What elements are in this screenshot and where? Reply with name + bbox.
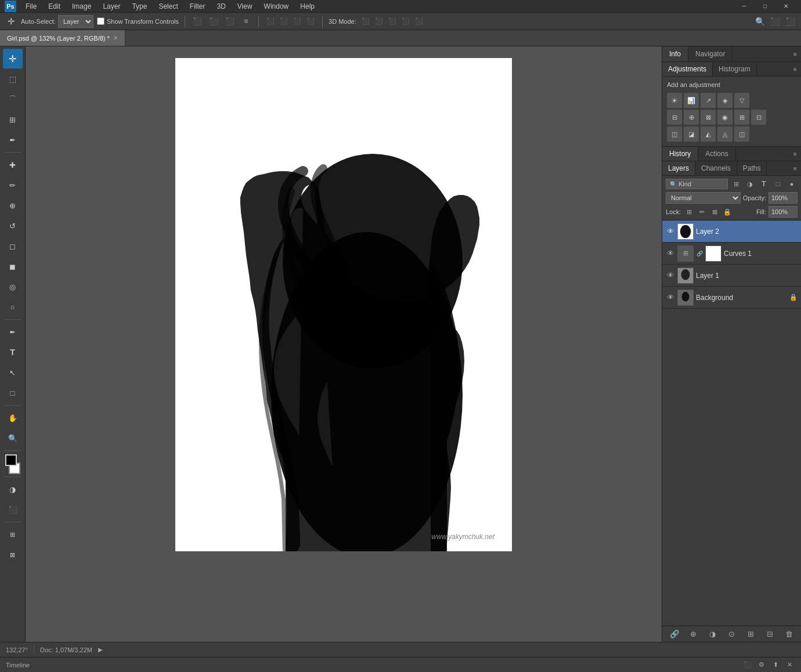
path-select[interactable]: ↖ — [3, 363, 23, 382]
channelmix-adj-icon[interactable]: ⊞ — [734, 110, 749, 125]
maximize-button[interactable]: □ — [755, 0, 775, 13]
dodge-tool[interactable]: ○ — [3, 297, 23, 317]
timeline-expand-icon[interactable]: ⬆ — [770, 659, 781, 671]
menu-window[interactable]: Window — [259, 1, 294, 12]
history-panel-menu[interactable]: ≡ — [789, 151, 801, 157]
add-layer-style-icon[interactable]: ⊕ — [687, 628, 700, 641]
canvas[interactable]: www.yakymchuk.net — [175, 58, 512, 551]
delete-layer-icon[interactable]: 🗑 — [783, 628, 796, 641]
view-options-icon[interactable]: ⬛ — [768, 15, 781, 28]
align-center-icon[interactable]: ⬛ — [207, 15, 220, 28]
lock-position-icon[interactable]: ✏ — [696, 206, 708, 218]
status-arrow-icon[interactable]: ▶ — [98, 646, 103, 653]
clone-tool[interactable]: ⊕ — [3, 196, 23, 215]
menu-filter[interactable]: Filter — [185, 1, 210, 12]
lock-all-icon[interactable]: 🔒 — [721, 206, 733, 218]
layer-item-layer2[interactable]: 👁 Layer 2 — [662, 221, 801, 243]
eraser-tool[interactable]: ◻ — [3, 236, 23, 256]
menu-help[interactable]: Help — [295, 1, 319, 12]
threshold-adj-icon[interactable]: ◭ — [701, 127, 716, 142]
menu-image[interactable]: Image — [67, 1, 96, 12]
bw-adj-icon[interactable]: ⊠ — [701, 110, 716, 125]
minimize-button[interactable]: ─ — [734, 0, 755, 13]
dist-3[interactable]: ⬛ — [291, 16, 303, 27]
type-layer-icon[interactable]: T — [758, 178, 770, 190]
zoom-tool[interactable]: 🔍 — [3, 428, 23, 448]
dist-2[interactable]: ⬛ — [278, 16, 290, 27]
blur-tool[interactable]: ◎ — [3, 277, 23, 297]
hsl-adj-icon[interactable]: ⊟ — [667, 110, 682, 125]
posterize-adj-icon[interactable]: ◪ — [684, 127, 699, 142]
curves1-visibility-icon[interactable]: 👁 — [666, 249, 675, 258]
layer1-visibility-icon[interactable]: 👁 — [666, 271, 675, 280]
blend-mode-select[interactable]: Normal Dissolve Darken Multiply Screen O… — [666, 192, 741, 204]
new-group-icon[interactable]: ⊞ — [745, 628, 757, 641]
adj-panel-menu[interactable]: ≡ — [789, 66, 801, 73]
add-mask-icon[interactable]: ◑ — [706, 628, 719, 641]
dist-1[interactable]: ⬛ — [265, 16, 276, 27]
curves-adj-icon[interactable]: ↗ — [701, 93, 716, 108]
tab-channels[interactable]: Channels — [695, 161, 737, 175]
tab-close-icon[interactable]: ✕ — [113, 35, 118, 41]
tab-adjustments[interactable]: Adjustments — [662, 62, 713, 76]
tab-actions[interactable]: Actions — [698, 147, 735, 161]
auto-select-dropdown[interactable]: Layer Group — [58, 15, 93, 28]
tab-paths[interactable]: Paths — [737, 161, 767, 175]
brightness-adj-icon[interactable]: ☀ — [667, 93, 682, 108]
screen-mode-icon[interactable]: ⬛ — [3, 500, 23, 519]
quick-mask-icon[interactable]: ◑ — [3, 479, 23, 499]
hand-tool[interactable]: ✋ — [3, 408, 23, 428]
levels-adj-icon[interactable]: 📊 — [684, 93, 699, 108]
opacity-value[interactable]: 100% — [768, 192, 798, 204]
panel-menu-icon[interactable]: ≡ — [789, 46, 801, 62]
text-tool[interactable]: T — [3, 342, 23, 362]
heal-tool[interactable]: ✚ — [3, 155, 23, 175]
kind-search-box[interactable]: 🔍 Kind — [666, 179, 728, 189]
transform-checkbox-area[interactable]: Show Transform Controls — [97, 17, 179, 25]
brush-tool[interactable]: ✏ — [3, 175, 23, 195]
menu-3d[interactable]: 3D — [212, 1, 230, 12]
gradient-tool[interactable]: ◼ — [3, 256, 23, 276]
lock-artboard-icon[interactable]: ⊠ — [709, 206, 720, 218]
timeline-settings-icon[interactable]: ⚙ — [756, 659, 767, 671]
smart-obj-icon[interactable]: ● — [786, 178, 798, 190]
new-layer-icon[interactable]: ⊟ — [764, 628, 777, 641]
foreground-color-box[interactable] — [5, 454, 17, 466]
timeline-menu-icon[interactable]: ⬛ — [742, 659, 753, 671]
align-left-icon[interactable]: ⬛ — [191, 15, 204, 28]
gradient-adj-icon[interactable]: ◬ — [717, 127, 733, 142]
close-button[interactable]: ✕ — [775, 0, 796, 13]
select-tool[interactable]: ⬚ — [3, 69, 23, 89]
menu-file[interactable]: File — [21, 1, 41, 12]
selectivecolor-adj-icon[interactable]: ◫ — [734, 127, 749, 142]
eyedropper-tool[interactable]: ✒ — [3, 130, 23, 150]
shape-layer-icon[interactable]: □ — [772, 178, 784, 190]
new-adj-layer-icon[interactable]: ⊙ — [726, 628, 738, 641]
invert-adj-icon[interactable]: ◫ — [667, 127, 682, 142]
vibrance-adj-icon[interactable]: ▽ — [734, 93, 749, 108]
pen-tool[interactable]: ✒ — [3, 322, 23, 342]
lookup-adj-icon[interactable]: ⊡ — [751, 110, 766, 125]
exposure-adj-icon[interactable]: ◈ — [717, 93, 733, 108]
layer2-visibility-icon[interactable]: 👁 — [666, 227, 675, 236]
menu-type[interactable]: Type — [127, 1, 151, 12]
tab-history[interactable]: History — [662, 147, 698, 161]
lock-pixels-icon[interactable]: ⊞ — [683, 206, 695, 218]
tab-layers[interactable]: Layers — [662, 161, 695, 175]
transform-checkbox[interactable] — [97, 17, 104, 25]
photofil-adj-icon[interactable]: ◉ — [717, 110, 733, 125]
menu-view[interactable]: View — [233, 1, 257, 12]
extra-tool-2[interactable]: ⊠ — [3, 545, 23, 565]
layer-item-background[interactable]: 👁 Background 🔒 — [662, 287, 801, 309]
bg-visibility-icon[interactable]: 👁 — [666, 293, 675, 302]
align-right-icon[interactable]: ⬛ — [223, 15, 236, 28]
menu-layer[interactable]: Layer — [98, 1, 125, 12]
timeline-close-icon[interactable]: ✕ — [784, 659, 795, 671]
align-options-icon[interactable]: ≡ — [240, 15, 252, 28]
tab-navigator[interactable]: Navigator — [688, 46, 733, 62]
tab-info[interactable]: Info — [662, 46, 688, 62]
history-brush[interactable]: ↺ — [3, 216, 23, 236]
dist-4[interactable]: ⬛ — [305, 16, 316, 27]
menu-select[interactable]: Select — [154, 1, 182, 12]
layer-item-layer1[interactable]: 👁 Layer 1 — [662, 265, 801, 287]
